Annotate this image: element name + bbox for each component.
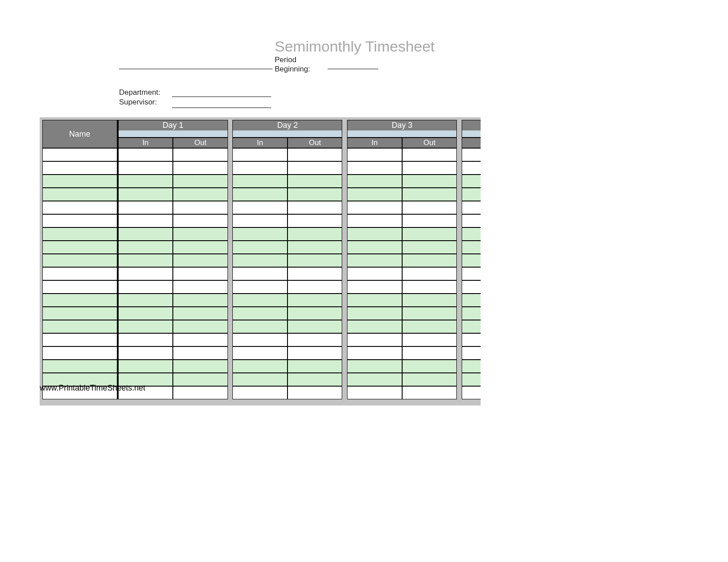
in-cell[interactable]	[462, 346, 481, 360]
in-cell[interactable]	[347, 360, 402, 373]
in-cell[interactable]	[232, 307, 287, 320]
in-cell[interactable]	[232, 386, 287, 399]
in-cell[interactable]	[462, 214, 481, 227]
out-cell[interactable]	[173, 360, 228, 373]
in-cell[interactable]	[232, 175, 287, 188]
out-cell[interactable]	[287, 188, 343, 201]
out-cell[interactable]	[402, 386, 457, 399]
out-cell[interactable]	[287, 254, 343, 267]
out-cell[interactable]	[173, 294, 228, 307]
name-cell[interactable]	[42, 294, 118, 307]
name-cell[interactable]	[42, 360, 118, 373]
in-cell[interactable]	[462, 267, 481, 280]
in-cell[interactable]	[118, 188, 173, 201]
out-cell[interactable]	[173, 267, 228, 280]
out-cell[interactable]	[402, 241, 457, 254]
out-cell[interactable]	[287, 201, 343, 214]
out-cell[interactable]	[287, 280, 343, 294]
out-cell[interactable]	[287, 294, 343, 307]
in-cell[interactable]	[232, 320, 287, 333]
out-cell[interactable]	[173, 214, 228, 227]
in-cell[interactable]	[232, 201, 287, 214]
name-cell[interactable]	[42, 175, 118, 188]
out-cell[interactable]	[402, 346, 457, 360]
in-cell[interactable]	[462, 148, 481, 161]
name-cell[interactable]	[42, 201, 118, 214]
in-cell[interactable]	[462, 227, 481, 241]
out-cell[interactable]	[173, 161, 228, 175]
in-cell[interactable]	[462, 201, 481, 214]
company-blank-line[interactable]	[119, 60, 273, 69]
in-cell[interactable]	[118, 161, 173, 175]
out-cell[interactable]	[402, 360, 457, 373]
in-cell[interactable]	[232, 333, 287, 346]
name-cell[interactable]	[42, 161, 118, 175]
out-cell[interactable]	[402, 227, 457, 241]
name-cell[interactable]	[42, 254, 118, 267]
out-cell[interactable]	[402, 254, 457, 267]
out-cell[interactable]	[173, 280, 228, 294]
name-cell[interactable]	[42, 346, 118, 360]
name-cell[interactable]	[42, 307, 118, 320]
in-cell[interactable]	[118, 307, 173, 320]
in-cell[interactable]	[462, 360, 481, 373]
name-cell[interactable]	[42, 227, 118, 241]
out-cell[interactable]	[173, 201, 228, 214]
in-cell[interactable]	[232, 188, 287, 201]
out-cell[interactable]	[402, 320, 457, 333]
out-cell[interactable]	[402, 201, 457, 214]
out-cell[interactable]	[402, 307, 457, 320]
in-cell[interactable]	[232, 214, 287, 227]
in-cell[interactable]	[118, 360, 173, 373]
in-cell[interactable]	[347, 175, 402, 188]
out-cell[interactable]	[402, 267, 457, 280]
out-cell[interactable]	[287, 373, 343, 386]
supervisor-blank[interactable]	[172, 99, 271, 108]
in-cell[interactable]	[232, 294, 287, 307]
out-cell[interactable]	[287, 346, 343, 360]
in-cell[interactable]	[347, 346, 402, 360]
out-cell[interactable]	[402, 373, 457, 386]
name-cell[interactable]	[42, 267, 118, 280]
out-cell[interactable]	[287, 267, 343, 280]
in-cell[interactable]	[462, 161, 481, 175]
in-cell[interactable]	[347, 294, 402, 307]
out-cell[interactable]	[287, 386, 343, 399]
in-cell[interactable]	[347, 227, 402, 241]
out-cell[interactable]	[173, 148, 228, 161]
out-cell[interactable]	[173, 346, 228, 360]
name-cell[interactable]	[42, 241, 118, 254]
in-cell[interactable]	[232, 241, 287, 254]
out-cell[interactable]	[173, 333, 228, 346]
out-cell[interactable]	[287, 320, 343, 333]
in-cell[interactable]	[118, 201, 173, 214]
in-cell[interactable]	[462, 386, 481, 399]
in-cell[interactable]	[118, 320, 173, 333]
in-cell[interactable]	[462, 307, 481, 320]
in-cell[interactable]	[118, 267, 173, 280]
in-cell[interactable]	[118, 294, 173, 307]
name-cell[interactable]	[42, 333, 118, 346]
in-cell[interactable]	[462, 373, 481, 386]
in-cell[interactable]	[347, 373, 402, 386]
in-cell[interactable]	[462, 175, 481, 188]
in-cell[interactable]	[347, 307, 402, 320]
in-cell[interactable]	[347, 161, 402, 175]
in-cell[interactable]	[347, 320, 402, 333]
in-cell[interactable]	[462, 294, 481, 307]
name-cell[interactable]	[42, 148, 118, 161]
period-beginning-blank[interactable]	[328, 60, 378, 69]
in-cell[interactable]	[232, 227, 287, 241]
in-cell[interactable]	[347, 280, 402, 294]
out-cell[interactable]	[173, 175, 228, 188]
in-cell[interactable]	[232, 346, 287, 360]
out-cell[interactable]	[173, 227, 228, 241]
out-cell[interactable]	[287, 148, 343, 161]
department-blank[interactable]	[172, 88, 271, 97]
out-cell[interactable]	[402, 175, 457, 188]
out-cell[interactable]	[402, 214, 457, 227]
out-cell[interactable]	[287, 333, 343, 346]
out-cell[interactable]	[173, 386, 228, 399]
out-cell[interactable]	[287, 307, 343, 320]
out-cell[interactable]	[402, 188, 457, 201]
